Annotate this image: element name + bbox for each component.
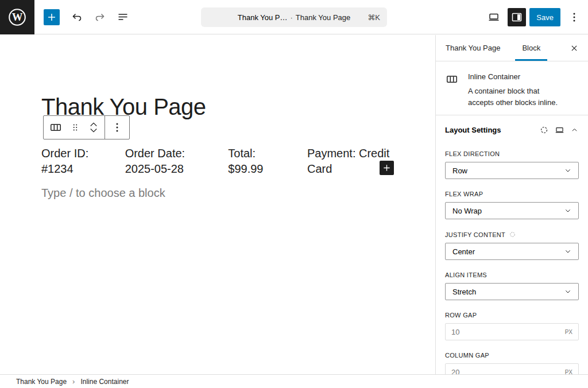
collapse-panel-button[interactable] <box>570 126 579 134</box>
toolbar-left-tools <box>44 0 133 34</box>
order-id-value: #1234 <box>41 162 74 175</box>
settings-panel-toggle-icon <box>510 10 524 24</box>
row-gap-input-wrap: PX <box>445 323 579 340</box>
document-title-button[interactable]: Thank You P… · Thank You Page ⌘K <box>201 7 387 27</box>
tab-block[interactable]: Block <box>515 35 547 61</box>
close-icon <box>569 43 579 53</box>
wordpress-logo-button[interactable]: W <box>0 0 34 34</box>
block-info-text: Inline Container A container block that … <box>468 72 567 108</box>
column-gap-input-wrap: PX <box>445 363 579 374</box>
block-mover[interactable] <box>85 116 102 139</box>
responsive-settings-button[interactable] <box>554 125 565 135</box>
list-view-icon <box>116 10 130 24</box>
breadcrumb-current[interactable]: Inline Container <box>80 378 129 386</box>
drag-handle-icon <box>70 122 80 133</box>
settings-sidebar-toggle-button[interactable] <box>508 8 526 26</box>
list-view-button[interactable] <box>113 7 133 28</box>
block-appender-plus-icon <box>381 162 392 173</box>
block-appender-button[interactable] <box>380 161 394 175</box>
flex-direction-label: FLEX DIRECTION <box>445 150 579 157</box>
svg-text:W: W <box>12 11 23 23</box>
row-gap-unit: PX <box>565 329 572 335</box>
block-options-icon <box>110 121 124 134</box>
order-date-value: 2025-05-28 <box>125 162 184 175</box>
settings-sidebar: Thank You Page Block Inline Container A … <box>435 35 588 374</box>
reset-icon <box>539 125 549 135</box>
block-description: A container block that accepts other blo… <box>468 86 567 108</box>
undo-button[interactable] <box>67 7 87 28</box>
wordpress-logo-icon: W <box>7 7 28 28</box>
select-chevron-icon <box>563 247 572 256</box>
document-title-separator: · <box>290 13 292 22</box>
layout-settings-panel-body: FLEX DIRECTION Row FLEX WRAP No Wrap JUS… <box>436 150 588 374</box>
inline-container-icon <box>445 72 459 108</box>
row-gap-label: ROW GAP <box>445 312 579 319</box>
flex-direction-select[interactable]: Row <box>445 162 579 179</box>
document-title-full: Thank You Page <box>296 13 350 22</box>
preview-button[interactable] <box>483 7 504 28</box>
order-total-field[interactable]: Total: $99.99 <box>228 146 276 177</box>
editor-top-bar: W <box>0 0 588 34</box>
layout-settings-header-icons <box>539 125 579 135</box>
block-info-card: Inline Container A container block that … <box>436 61 588 115</box>
redo-button[interactable] <box>90 7 110 28</box>
reset-icon[interactable] <box>509 231 516 238</box>
close-sidebar-button[interactable] <box>564 38 585 59</box>
responsive-icon <box>554 125 565 135</box>
move-up-icon <box>88 121 99 127</box>
block-type-button[interactable] <box>46 116 65 139</box>
order-total-value: $99.99 <box>228 162 263 175</box>
empty-block-placeholder[interactable]: Type / to choose a block <box>41 187 165 200</box>
inline-container-block[interactable]: Order ID: #1234 Order Date: 2025-05-28 T… <box>41 146 394 177</box>
save-button[interactable]: Save <box>529 8 560 26</box>
layout-settings-title[interactable]: Layout Settings <box>445 126 501 134</box>
order-date-label: Order Date: <box>125 147 185 160</box>
inserter-plus-icon <box>45 11 58 24</box>
reset-settings-button[interactable] <box>539 125 549 135</box>
breadcrumb-bar: Thank You Page › Inline Container <box>0 374 588 388</box>
order-id-field[interactable]: Order ID: #1234 <box>41 146 94 177</box>
collapse-chevron-icon <box>570 126 579 134</box>
block-toolbar-options-group <box>105 116 129 139</box>
justify-content-select[interactable]: Center <box>445 243 579 260</box>
align-items-label: ALIGN ITEMS <box>445 271 579 278</box>
row-gap-input[interactable] <box>451 328 486 336</box>
document-title-truncated: Thank You P… <box>238 13 288 22</box>
block-inserter-button[interactable] <box>44 9 60 25</box>
align-items-select[interactable]: Stretch <box>445 283 579 300</box>
select-chevron-icon <box>563 206 572 215</box>
undo-icon <box>70 10 84 24</box>
order-date-field[interactable]: Order Date: 2025-05-28 <box>125 146 198 177</box>
order-total-label: Total: <box>228 147 256 160</box>
block-toolbar-main-group <box>44 116 105 139</box>
justify-content-label: JUSTIFY CONTENT <box>445 231 579 238</box>
select-chevron-icon <box>563 287 572 296</box>
layout-settings-panel-header: Layout Settings <box>436 115 588 139</box>
redo-icon <box>93 10 107 24</box>
order-payment-label: Payment: <box>307 147 355 160</box>
inline-container-icon <box>49 121 63 134</box>
column-gap-unit: PX <box>565 369 572 375</box>
editor-canvas: Thank You Page <box>0 35 435 374</box>
chevron-right-icon: › <box>72 377 75 386</box>
block-options-button[interactable] <box>107 116 127 139</box>
preview-device-icon <box>487 10 501 24</box>
command-shortcut-label: ⌘K <box>368 13 380 22</box>
column-gap-label: COLUMN GAP <box>445 352 579 359</box>
options-menu-button[interactable] <box>564 7 585 28</box>
column-gap-input[interactable] <box>451 368 486 375</box>
block-toolbar <box>43 115 130 139</box>
breadcrumb-root[interactable]: Thank You Page <box>16 378 67 386</box>
drag-handle[interactable] <box>65 116 85 139</box>
flex-wrap-label: FLEX WRAP <box>445 191 579 197</box>
options-menu-icon <box>567 10 581 24</box>
block-title: Inline Container <box>468 72 567 81</box>
toolbar-right-tools: Save <box>483 0 585 34</box>
sidebar-tabs-header: Thank You Page Block <box>436 35 588 61</box>
flex-wrap-select[interactable]: No Wrap <box>445 202 579 219</box>
select-chevron-icon <box>563 166 572 175</box>
tab-document[interactable]: Thank You Page <box>439 35 507 61</box>
order-id-label: Order ID: <box>41 147 88 160</box>
move-down-icon <box>88 127 99 134</box>
